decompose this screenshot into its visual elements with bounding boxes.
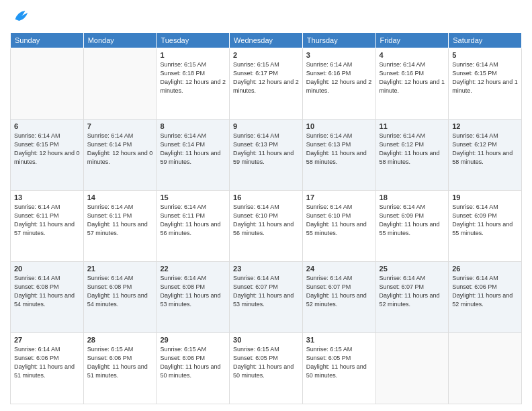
calendar-day-cell: 26Sunrise: 6:14 AM Sunset: 6:06 PM Dayli… bbox=[449, 262, 522, 333]
day-number: 18 bbox=[380, 193, 445, 201]
day-number: 29 bbox=[160, 336, 226, 344]
day-info: Sunrise: 6:14 AM Sunset: 6:09 PM Dayligh… bbox=[452, 203, 518, 238]
day-number: 7 bbox=[87, 122, 153, 130]
calendar-day-cell: 13Sunrise: 6:14 AM Sunset: 6:11 PM Dayli… bbox=[11, 191, 84, 262]
logo-icon bbox=[10, 7, 30, 27]
day-info: Sunrise: 6:15 AM Sunset: 6:17 PM Dayligh… bbox=[233, 60, 299, 95]
day-info: Sunrise: 6:14 AM Sunset: 6:11 PM Dayligh… bbox=[14, 203, 80, 238]
day-number: 8 bbox=[160, 122, 226, 130]
calendar-day-cell: 20Sunrise: 6:14 AM Sunset: 6:08 PM Dayli… bbox=[11, 262, 84, 333]
calendar-day-cell bbox=[83, 48, 157, 120]
calendar-day-cell: 30Sunrise: 6:15 AM Sunset: 6:05 PM Dayli… bbox=[230, 333, 303, 404]
calendar-day-cell: 24Sunrise: 6:14 AM Sunset: 6:07 PM Dayli… bbox=[302, 262, 375, 333]
calendar-weekday: Monday bbox=[83, 33, 157, 48]
day-info: Sunrise: 6:14 AM Sunset: 6:07 PM Dayligh… bbox=[380, 274, 445, 309]
calendar-weekday: Wednesday bbox=[230, 33, 303, 48]
day-number: 27 bbox=[14, 336, 80, 344]
day-number: 17 bbox=[306, 193, 372, 201]
calendar-weekday: Thursday bbox=[302, 33, 375, 48]
day-number: 30 bbox=[233, 336, 299, 344]
day-info: Sunrise: 6:14 AM Sunset: 6:13 PM Dayligh… bbox=[306, 132, 372, 167]
calendar-week-row: 13Sunrise: 6:14 AM Sunset: 6:11 PM Dayli… bbox=[11, 191, 522, 262]
day-info: Sunrise: 6:14 AM Sunset: 6:07 PM Dayligh… bbox=[306, 274, 372, 309]
calendar-header-row: SundayMondayTuesdayWednesdayThursdayFrid… bbox=[11, 33, 522, 48]
day-info: Sunrise: 6:14 AM Sunset: 6:06 PM Dayligh… bbox=[452, 274, 518, 309]
day-number: 26 bbox=[452, 265, 518, 273]
calendar-day-cell: 15Sunrise: 6:14 AM Sunset: 6:11 PM Dayli… bbox=[157, 191, 230, 262]
calendar-day-cell: 29Sunrise: 6:15 AM Sunset: 6:06 PM Dayli… bbox=[157, 333, 230, 404]
day-info: Sunrise: 6:14 AM Sunset: 6:10 PM Dayligh… bbox=[233, 203, 299, 238]
calendar-day-cell: 25Sunrise: 6:14 AM Sunset: 6:07 PM Dayli… bbox=[375, 262, 449, 333]
day-number: 28 bbox=[87, 336, 153, 344]
day-number: 31 bbox=[306, 336, 372, 344]
day-number: 13 bbox=[14, 193, 80, 201]
logo bbox=[10, 7, 33, 27]
calendar-day-cell: 27Sunrise: 6:14 AM Sunset: 6:06 PM Dayli… bbox=[11, 333, 84, 404]
day-info: Sunrise: 6:15 AM Sunset: 6:05 PM Dayligh… bbox=[306, 345, 372, 380]
day-number: 5 bbox=[452, 51, 518, 59]
day-info: Sunrise: 6:14 AM Sunset: 6:07 PM Dayligh… bbox=[233, 274, 299, 309]
day-info: Sunrise: 6:14 AM Sunset: 6:15 PM Dayligh… bbox=[14, 132, 80, 167]
calendar-day-cell: 12Sunrise: 6:14 AM Sunset: 6:12 PM Dayli… bbox=[449, 120, 522, 191]
day-number: 3 bbox=[306, 51, 372, 59]
calendar-day-cell bbox=[449, 333, 522, 404]
day-info: Sunrise: 6:14 AM Sunset: 6:15 PM Dayligh… bbox=[452, 60, 518, 95]
calendar-week-row: 6Sunrise: 6:14 AM Sunset: 6:15 PM Daylig… bbox=[11, 120, 522, 191]
calendar-day-cell: 28Sunrise: 6:15 AM Sunset: 6:06 PM Dayli… bbox=[83, 333, 157, 404]
calendar-day-cell: 31Sunrise: 6:15 AM Sunset: 6:05 PM Dayli… bbox=[302, 333, 375, 404]
day-info: Sunrise: 6:14 AM Sunset: 6:11 PM Dayligh… bbox=[87, 203, 153, 238]
day-number: 9 bbox=[233, 122, 299, 130]
day-number: 4 bbox=[380, 51, 445, 59]
calendar-week-row: 1Sunrise: 6:15 AM Sunset: 6:18 PM Daylig… bbox=[11, 48, 522, 120]
day-info: Sunrise: 6:14 AM Sunset: 6:08 PM Dayligh… bbox=[160, 274, 226, 309]
day-number: 2 bbox=[233, 51, 299, 59]
day-info: Sunrise: 6:15 AM Sunset: 6:06 PM Dayligh… bbox=[160, 345, 226, 380]
calendar-day-cell: 4Sunrise: 6:14 AM Sunset: 6:16 PM Daylig… bbox=[375, 48, 449, 120]
day-number: 6 bbox=[14, 122, 80, 130]
calendar-day-cell: 6Sunrise: 6:14 AM Sunset: 6:15 PM Daylig… bbox=[11, 120, 84, 191]
day-number: 14 bbox=[87, 193, 153, 201]
day-info: Sunrise: 6:14 AM Sunset: 6:11 PM Dayligh… bbox=[160, 203, 226, 238]
day-number: 25 bbox=[380, 265, 445, 273]
calendar-week-row: 27Sunrise: 6:14 AM Sunset: 6:06 PM Dayli… bbox=[11, 333, 522, 404]
calendar-day-cell bbox=[11, 48, 84, 120]
calendar-day-cell: 1Sunrise: 6:15 AM Sunset: 6:18 PM Daylig… bbox=[157, 48, 230, 120]
calendar-day-cell: 3Sunrise: 6:14 AM Sunset: 6:16 PM Daylig… bbox=[302, 48, 375, 120]
day-number: 16 bbox=[233, 193, 299, 201]
day-number: 11 bbox=[380, 122, 445, 130]
day-info: Sunrise: 6:14 AM Sunset: 6:06 PM Dayligh… bbox=[14, 345, 80, 380]
day-info: Sunrise: 6:15 AM Sunset: 6:06 PM Dayligh… bbox=[87, 345, 153, 380]
calendar-weekday: Tuesday bbox=[157, 33, 230, 48]
day-info: Sunrise: 6:14 AM Sunset: 6:13 PM Dayligh… bbox=[233, 132, 299, 167]
calendar-day-cell: 2Sunrise: 6:15 AM Sunset: 6:17 PM Daylig… bbox=[230, 48, 303, 120]
day-info: Sunrise: 6:14 AM Sunset: 6:16 PM Dayligh… bbox=[380, 60, 445, 95]
day-number: 15 bbox=[160, 193, 226, 201]
calendar-day-cell: 17Sunrise: 6:14 AM Sunset: 6:10 PM Dayli… bbox=[302, 191, 375, 262]
calendar-day-cell: 8Sunrise: 6:14 AM Sunset: 6:14 PM Daylig… bbox=[157, 120, 230, 191]
day-number: 1 bbox=[160, 51, 226, 59]
day-info: Sunrise: 6:14 AM Sunset: 6:10 PM Dayligh… bbox=[306, 203, 372, 238]
calendar-day-cell: 9Sunrise: 6:14 AM Sunset: 6:13 PM Daylig… bbox=[230, 120, 303, 191]
header bbox=[10, 7, 522, 27]
day-info: Sunrise: 6:14 AM Sunset: 6:14 PM Dayligh… bbox=[160, 132, 226, 167]
day-number: 22 bbox=[160, 265, 226, 273]
day-info: Sunrise: 6:14 AM Sunset: 6:16 PM Dayligh… bbox=[306, 60, 372, 95]
day-number: 23 bbox=[233, 265, 299, 273]
page: SundayMondayTuesdayWednesdayThursdayFrid… bbox=[0, 0, 532, 411]
calendar-day-cell: 21Sunrise: 6:14 AM Sunset: 6:08 PM Dayli… bbox=[83, 262, 157, 333]
day-info: Sunrise: 6:14 AM Sunset: 6:14 PM Dayligh… bbox=[87, 132, 153, 167]
calendar-day-cell: 16Sunrise: 6:14 AM Sunset: 6:10 PM Dayli… bbox=[230, 191, 303, 262]
calendar-day-cell: 14Sunrise: 6:14 AM Sunset: 6:11 PM Dayli… bbox=[83, 191, 157, 262]
calendar-day-cell bbox=[375, 333, 449, 404]
day-info: Sunrise: 6:14 AM Sunset: 6:09 PM Dayligh… bbox=[380, 203, 445, 238]
calendar-day-cell: 19Sunrise: 6:14 AM Sunset: 6:09 PM Dayli… bbox=[449, 191, 522, 262]
day-number: 21 bbox=[87, 265, 153, 273]
calendar-day-cell: 22Sunrise: 6:14 AM Sunset: 6:08 PM Dayli… bbox=[157, 262, 230, 333]
calendar-weekday: Saturday bbox=[449, 33, 522, 48]
day-info: Sunrise: 6:14 AM Sunset: 6:08 PM Dayligh… bbox=[87, 274, 153, 309]
calendar-table: SundayMondayTuesdayWednesdayThursdayFrid… bbox=[10, 32, 522, 404]
calendar-day-cell: 11Sunrise: 6:14 AM Sunset: 6:12 PM Dayli… bbox=[375, 120, 449, 191]
day-number: 19 bbox=[452, 193, 518, 201]
day-info: Sunrise: 6:14 AM Sunset: 6:12 PM Dayligh… bbox=[452, 132, 518, 167]
calendar-weekday: Friday bbox=[375, 33, 449, 48]
